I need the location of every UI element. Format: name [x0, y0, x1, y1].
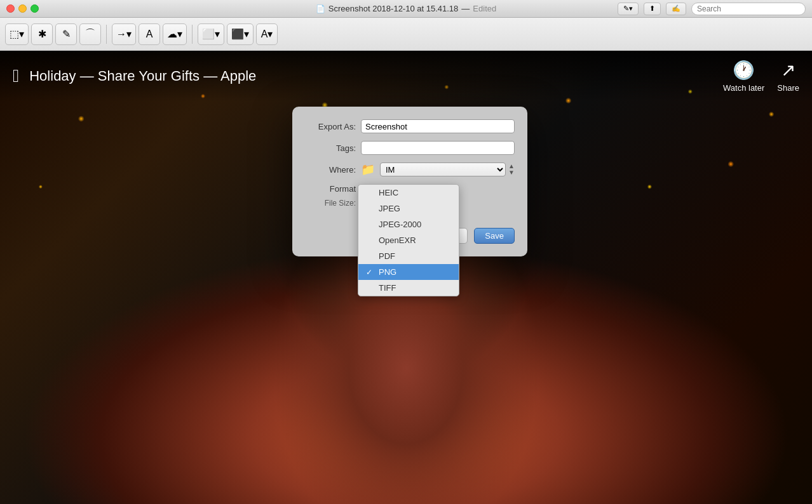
- title-bar: 📄 Screenshot 2018-12-10 at 15.41.18 — Ed…: [0, 0, 812, 18]
- folder-icon: 📁: [361, 162, 375, 176]
- modal-body: Export As: Tags: Where: 📁 IM: [292, 107, 527, 222]
- separator-2: [192, 25, 193, 44]
- export-as-input[interactable]: [361, 119, 515, 133]
- tags-input[interactable]: [361, 141, 515, 155]
- export-as-label: Export As:: [305, 122, 356, 131]
- annotate-btn[interactable]: ✍: [666, 3, 686, 15]
- title-separator: —: [461, 4, 470, 13]
- fill-btn[interactable]: ⬛▾: [227, 23, 254, 45]
- format-dropdown: HEIC JPEG JPEG-2000: [358, 184, 459, 296]
- title-bar-controls: ✎▾ ⬆ ✍: [618, 3, 806, 15]
- arrow-btn[interactable]: →▾: [112, 23, 136, 45]
- dropdown-item-openexr[interactable]: OpenEXR: [358, 232, 459, 248]
- jpeg2000-label: JPEG-2000: [379, 220, 421, 229]
- dropdown-item-png[interactable]: ✓ PNG: [358, 264, 459, 280]
- where-select-wrapper: IM ▲ ▼: [380, 162, 515, 176]
- title-text: Screenshot 2018-12-10 at 15.41.18: [328, 4, 459, 13]
- dropdown-item-jpeg2000[interactable]: JPEG-2000: [358, 216, 459, 232]
- border-btn[interactable]: ⬜▾: [198, 23, 224, 45]
- selection-tool-btn[interactable]: ⬚▾: [5, 23, 29, 45]
- openexr-label: OpenEXR: [379, 235, 416, 245]
- font-btn[interactable]: A▾: [256, 23, 278, 45]
- dropdown-item-jpeg[interactable]: JPEG: [358, 201, 459, 216]
- where-select[interactable]: IM: [380, 162, 506, 176]
- smooth-btn[interactable]: ⌒: [79, 23, 101, 45]
- share-title-btn[interactable]: ⬆: [644, 3, 661, 15]
- heic-label: HEIC: [379, 188, 398, 197]
- where-label: Where:: [305, 165, 356, 175]
- minimize-button[interactable]: [18, 4, 27, 13]
- traffic-lights: [0, 4, 39, 13]
- shape-btn[interactable]: ☁▾: [163, 23, 187, 45]
- edited-label: Edited: [473, 4, 496, 13]
- document-icon: 📄: [316, 4, 325, 13]
- draw-btn[interactable]: ✎: [55, 23, 77, 45]
- jpeg-label: JPEG: [379, 204, 400, 213]
- search-input[interactable]: [691, 3, 806, 15]
- dropdown-item-pdf[interactable]: PDF: [358, 248, 459, 264]
- format-label: Format: [305, 184, 356, 194]
- adjust-btn[interactable]: ✱: [31, 23, 53, 45]
- text-btn[interactable]: A: [139, 23, 160, 45]
- video-area:  Holiday — Share Your Gifts — Apple 🕐 W…: [0, 51, 812, 504]
- arrow-down-btn[interactable]: ▼: [508, 169, 515, 176]
- save-button[interactable]: Save: [474, 228, 515, 244]
- export-as-row: Export As:: [305, 119, 515, 133]
- pdf-label: PDF: [379, 251, 395, 261]
- window-title: 📄 Screenshot 2018-12-10 at 15.41.18 — Ed…: [316, 4, 496, 13]
- export-dialog: Export As: Tags: Where: 📁 IM: [292, 107, 527, 256]
- dropdown-item-tiff[interactable]: TIFF: [358, 280, 459, 296]
- dropdown-item-heic[interactable]: HEIC: [358, 185, 459, 201]
- pen-tool-btn[interactable]: ✎▾: [618, 3, 639, 15]
- toolbar: ⬚▾ ✱ ✎ ⌒ →▾ A ☁▾ ⬜▾ ⬛▾ A▾: [0, 18, 812, 51]
- tags-label: Tags:: [305, 143, 356, 153]
- check-png: ✓: [366, 268, 375, 277]
- separator-1: [106, 25, 107, 44]
- modal-overlay: Export As: Tags: Where: 📁 IM: [0, 51, 812, 504]
- tags-row: Tags:: [305, 141, 515, 155]
- where-row: Where: 📁 IM ▲ ▼: [305, 162, 515, 176]
- file-size-label: File Size:: [305, 199, 356, 208]
- where-arrows: ▲ ▼: [508, 163, 515, 176]
- tiff-label: TIFF: [379, 283, 396, 293]
- close-button[interactable]: [6, 4, 15, 13]
- png-label: PNG: [379, 267, 396, 277]
- maximize-button[interactable]: [30, 4, 39, 13]
- format-row: Format HEIC JPEG: [305, 184, 515, 194]
